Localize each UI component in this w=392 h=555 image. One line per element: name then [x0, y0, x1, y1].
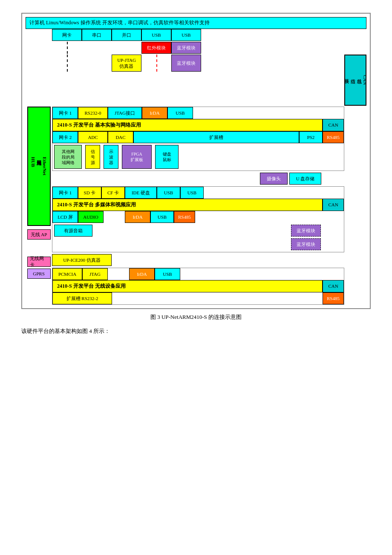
cell-bluetooth1: 蓝牙模块 [171, 42, 201, 54]
s2-audio: AUDIO [78, 211, 104, 223]
cell-wangka: 网卡 [52, 29, 82, 41]
s3-usb: USB [155, 268, 180, 280]
section3: PCMCIA JTAG IrDA USB 2410-S 开发平台 无线设备应用 … [52, 268, 344, 305]
cell-bluetooth2: 蓝牙模块 [171, 55, 201, 72]
s1-irda: IrDA [142, 107, 167, 119]
s2-platform: 2410-S 开发平台 多媒体和视频应用 [52, 199, 323, 211]
ethernet-hub: EtherNet局域网HUB [27, 107, 51, 226]
s1-adc: ADC [78, 131, 108, 143]
can-bus-module: CAN总线结点模块 [344, 55, 366, 106]
s2-sd: SD 卡 [78, 187, 101, 199]
s2-rs485: RS485 [174, 211, 195, 223]
s1-jtag: JTAG接口 [108, 107, 142, 119]
s3-jtag: JTAG [82, 268, 108, 280]
wireless-ap: 无线 AP [27, 229, 51, 240]
section2: 网卡 1 SD 卡 CF 卡 IDE 硬盘 USB USB 2410-S 开发平… [52, 186, 344, 252]
s2-usb3: USB [150, 211, 174, 223]
computer-bar: 计算机 Linux/Windows 操作系统 开发环境，串口调试，仿真软件等相关… [26, 17, 366, 29]
footer-text: 该硬件平台的基本架构如图 4 所示： [21, 327, 371, 335]
s1-rs232: RS232-0 [78, 107, 108, 119]
s2-irda: IrDA [125, 211, 150, 223]
s2-speaker: 有源音箱 [54, 225, 92, 237]
s1-keyboard: 键盘鼠标 [155, 145, 179, 169]
s1-wangka1: 网卡 1 [52, 107, 78, 119]
s2-usb2: USB [180, 187, 204, 199]
s1-can: CAN [323, 119, 344, 131]
camera: 摄像头 [260, 173, 288, 185]
s3-platform: 2410-S 开发平台 无线设备应用 [52, 280, 323, 292]
s3-rs485: RS485 [323, 292, 344, 304]
s2-lcd: LCD 屏 [52, 211, 78, 223]
s1-dac: DAC [108, 131, 133, 143]
s1-wangka2: 网卡 2 [52, 131, 78, 143]
cell-upjtag: UP-JTAG仿真器 [112, 55, 141, 72]
section1: 网卡 1 RS232-0 JTAG接口 IrDA USB 2410-S 开发平台… [52, 107, 344, 171]
s1-other-network: 其他网段的局域网络 [54, 145, 82, 169]
s1-signal: 信号源 [85, 145, 100, 169]
cell-chuankou: 串口 [82, 29, 112, 41]
s1-rs485: RS485 [323, 131, 344, 143]
cell-usb2: USB [171, 29, 201, 41]
s3-slot-rs232: 扩展槽 RS232-2 [52, 292, 112, 304]
s2-bluetooth3: 蓝牙模块 [291, 225, 321, 237]
s1-usb: USB [167, 107, 193, 119]
diagram-container: 计算机 Linux/Windows 操作系统 开发环境，串口调试，仿真软件等相关… [21, 13, 371, 309]
caption: 图 3 UP-NetARM2410-S 的连接示意图 [21, 313, 371, 321]
s3-can: CAN [323, 280, 344, 292]
s1-ps2: PS2 [299, 131, 323, 143]
s3-irda: IrDA [129, 268, 155, 280]
s1-platform: 2410-S 开发平台 基本实验与网络应用 [52, 119, 323, 131]
s2-can: CAN [323, 199, 344, 211]
ustorage: U 盘存储 [289, 173, 321, 185]
cell-bingkou: 并口 [112, 29, 141, 41]
s2-bluetooth4: 蓝牙模块 [291, 238, 321, 250]
s3-pcmcia: PCMCIA [52, 268, 82, 280]
s2-wangka1: 网卡 1 [52, 187, 78, 199]
s2-ide: IDE 硬盘 [125, 187, 157, 199]
s1-fpga: FPGA扩展板 [122, 145, 152, 169]
upice200: UP-ICE200 仿真器 [52, 254, 112, 266]
gprs: GPRS [27, 269, 51, 279]
s1-slot: 扩展槽 [133, 131, 299, 143]
cell-usb1: USB [141, 29, 171, 41]
s2-cf: CF 卡 [101, 187, 125, 199]
cell-infrared: 红外模块 [141, 42, 171, 54]
wireless-nic: 无线网卡 [27, 257, 51, 267]
page: 计算机 Linux/Windows 操作系统 开发环境，串口调试，仿真软件等相关… [0, 0, 392, 348]
s2-usb1: USB [157, 187, 180, 199]
s1-oscilloscope: 示波器 [104, 145, 118, 169]
